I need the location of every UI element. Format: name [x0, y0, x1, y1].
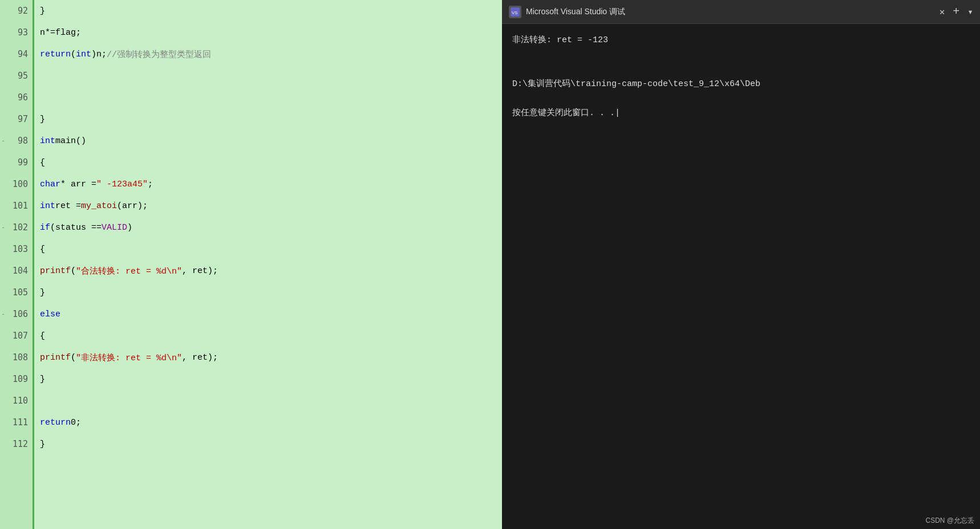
code-token: } — [40, 375, 45, 384]
line-number: 111 — [0, 412, 33, 433]
code-line: char* arr = " -123a45"; — [40, 173, 502, 195]
code-token: } — [40, 440, 45, 449]
terminal-body: 非法转换: ret = -123D:\集训营代码\training-camp-c… — [502, 24, 980, 529]
code-line: int ret = my_atoi(arr); — [40, 195, 502, 217]
code-token: * arr = — [60, 180, 96, 189]
code-line: return (int)n;//强制转换为整型类型返回 — [40, 43, 502, 65]
code-token: printf — [40, 266, 71, 276]
collapse-icon[interactable]: - — [1, 310, 5, 318]
line-number: 104 — [0, 260, 33, 282]
code-token: )n; — [91, 50, 107, 59]
code-token: } — [40, 6, 45, 16]
line-number: 107 — [0, 325, 33, 347]
terminal-output-line: 按任意键关闭此窗口. . .| — [512, 106, 970, 121]
code-token: " -123a45" — [96, 180, 148, 189]
line-number: 110 — [0, 390, 33, 412]
chevron-down-icon[interactable]: ▾ — [967, 6, 973, 18]
code-line: { — [40, 152, 502, 173]
code-token: ( — [71, 266, 76, 276]
line-numbers: 929394959697-9899100101-102103104105-106… — [0, 0, 34, 529]
code-line: } — [40, 108, 502, 130]
collapse-icon[interactable]: - — [1, 223, 5, 231]
code-token: VALID — [102, 223, 127, 233]
line-number: 92 — [0, 0, 33, 22]
code-token: ret = — [55, 201, 81, 211]
collapse-icon[interactable]: - — [1, 137, 5, 145]
svg-text:VS: VS — [512, 10, 518, 15]
line-number: -106 — [0, 303, 33, 325]
code-line — [40, 65, 502, 87]
code-token: n — [40, 28, 45, 38]
code-token: ( — [71, 50, 76, 59]
line-number: 105 — [0, 282, 33, 303]
line-number: 101 — [0, 195, 33, 217]
terminal-panel: VS Microsoft Visual Studio 调试 ✕ + ▾ 非法转换… — [502, 0, 980, 529]
line-number: 96 — [0, 87, 33, 108]
code-line: if (status == VALID) — [40, 217, 502, 238]
code-token: { — [40, 158, 45, 168]
code-token: return — [40, 50, 71, 59]
code-token: ) — [127, 223, 132, 233]
code-line: else — [40, 303, 502, 325]
line-number: 100 — [0, 173, 33, 195]
terminal-output-line: D:\集训营代码\training-camp-code\test_9_12\x6… — [512, 77, 970, 92]
code-token: int — [40, 201, 55, 211]
line-number: 112 — [0, 433, 33, 455]
code-editor: 929394959697-9899100101-102103104105-106… — [0, 0, 502, 529]
close-icon[interactable]: ✕ — [939, 6, 945, 18]
code-line: } — [40, 282, 502, 303]
code-line: n *= flag; — [40, 22, 502, 43]
code-token: int — [40, 136, 55, 146]
code-token: *= — [45, 28, 55, 38]
code-line: } — [40, 433, 502, 455]
code-line: { — [40, 325, 502, 347]
code-token: } — [40, 115, 45, 124]
code-token: (arr); — [117, 201, 148, 211]
code-token: } — [40, 288, 45, 298]
code-line — [40, 390, 502, 412]
code-line — [40, 87, 502, 108]
line-number: 109 — [0, 368, 33, 390]
code-token: , ret); — [182, 353, 218, 363]
code-token: "非法转换: ret = %d\n" — [76, 352, 182, 363]
vs-icon: VS — [509, 6, 521, 18]
line-number: 108 — [0, 347, 33, 368]
code-token: printf — [40, 353, 71, 363]
terminal-titlebar: VS Microsoft Visual Studio 调试 ✕ + ▾ — [502, 0, 980, 24]
code-token: ; — [148, 180, 153, 189]
code-token: main() — [55, 136, 86, 146]
line-number: 99 — [0, 152, 33, 173]
code-token: 0; — [71, 418, 81, 428]
code-line: } — [40, 0, 502, 22]
code-token: int — [76, 50, 91, 59]
code-token: else — [40, 310, 60, 319]
code-line: { — [40, 238, 502, 260]
line-number: 93 — [0, 22, 33, 43]
terminal-controls[interactable]: ✕ + ▾ — [939, 5, 973, 18]
code-token: if — [40, 223, 50, 233]
code-token: return — [40, 418, 71, 428]
terminal-title: Microsoft Visual Studio 调试 — [526, 7, 935, 17]
line-number: -98 — [0, 130, 33, 152]
code-token: flag; — [55, 28, 81, 38]
code-line: } — [40, 368, 502, 390]
terminal-output-line: 非法转换: ret = -123 — [512, 33, 970, 48]
line-number: 103 — [0, 238, 33, 260]
line-number: 95 — [0, 65, 33, 87]
code-token: { — [40, 331, 45, 341]
line-number: 97 — [0, 108, 33, 130]
code-token: { — [40, 245, 45, 254]
code-token: ( — [71, 353, 76, 363]
code-token: char — [40, 180, 60, 189]
code-line: return 0; — [40, 412, 502, 433]
line-number: 94 — [0, 43, 33, 65]
add-tab-icon[interactable]: + — [953, 5, 959, 18]
code-token: (status == — [50, 223, 102, 233]
watermark: CSDN @允忘丢 — [925, 516, 974, 526]
code-token: , ret); — [182, 266, 218, 276]
code-content: } n *= flag; return (int)n;//强制转换为整型类型返回… — [34, 0, 502, 529]
code-line: printf("合法转换: ret = %d\n", ret); — [40, 260, 502, 282]
code-token: //强制转换为整型类型返回 — [107, 49, 211, 60]
line-number: -102 — [0, 217, 33, 238]
code-line: printf("非法转换: ret = %d\n", ret); — [40, 347, 502, 368]
